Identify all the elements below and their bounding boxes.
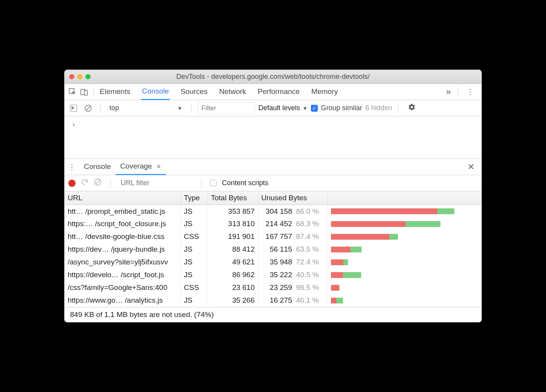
close-drawer-icon[interactable]: ✕ [463,162,479,172]
separator [191,104,192,113]
col-bar[interactable] [328,191,481,205]
cell-bar [328,281,481,294]
table-row[interactable]: htt… /prompt_embed_static.jsJS353 857304… [65,205,481,218]
settings-menu-icon[interactable]: ⋮ [461,88,479,96]
cell-url: /async_survey?site=ylj5ifxusvv [65,256,181,269]
table-row[interactable]: https://www.go… /analytics.jsJS35 26616 … [65,294,481,307]
separator [100,104,101,113]
drawer-tab-label: Coverage [120,162,152,170]
cell-total: 49 621 [208,256,258,269]
coverage-table: URL Type Total Bytes Unused Bytes htt… /… [65,191,481,307]
tab-sources[interactable]: Sources [180,84,208,99]
cell-bar [328,243,481,256]
cell-bar [328,269,481,281]
group-similar-label: Group similar [321,104,362,112]
table-row[interactable]: https://dev… /jquery-bundle.jsJS88 41256… [65,243,481,256]
cell-url: https:… /script_foot_closure.js [65,218,181,230]
cell-bar [328,230,481,243]
cell-url: htt… /devsite-google-blue.css [65,230,181,243]
console-prompt-icon: › [72,120,76,128]
table-row[interactable]: /async_survey?site=ylj5ifxusvvJS49 62135… [65,256,481,269]
console-settings-icon[interactable] [405,103,419,113]
cell-unused: 23 25998.5 % [258,281,328,294]
col-total[interactable]: Total Bytes [208,191,258,205]
cell-total: 353 857 [208,205,258,218]
coverage-toolbar: Content scripts [65,175,481,191]
device-toolbar-icon[interactable] [78,84,90,100]
col-url[interactable]: URL [65,191,181,205]
cell-unused: 16 27546.1 % [258,294,328,307]
table-row[interactable]: /css?family=Google+Sans:400CSS23 61023 2… [65,281,481,294]
tab-memory[interactable]: Memory [311,84,339,99]
separator [398,104,399,113]
cell-type: JS [181,243,208,256]
console-toolbar: top ▼ Default levels ▼ ✓ Group similar 6… [65,100,481,116]
drawer-menu-icon[interactable]: ⋮ [67,163,79,171]
svg-line-6 [96,180,100,184]
clear-icon[interactable] [94,178,102,188]
cell-total: 191 901 [208,230,258,243]
table-row[interactable]: https:… /script_foot_closure.jsJS313 810… [65,218,481,230]
tab-performance[interactable]: Performance [257,84,300,99]
col-unused[interactable]: Unused Bytes [258,191,328,205]
chevron-down-icon: ▼ [302,105,308,111]
cell-unused: 214 45268.3 % [258,218,328,230]
levels-label: Default levels [258,104,300,112]
inspect-element-icon[interactable] [67,84,78,100]
zoom-window-icon[interactable] [85,74,90,79]
cell-unused: 304 15886.0 % [258,205,328,218]
cell-url: https://www.go… /analytics.js [65,294,181,307]
main-tabbar: Elements Console Sources Network Perform… [65,84,481,100]
minimize-window-icon[interactable] [77,74,82,79]
coverage-status: 849 KB of 1.1 MB bytes are not used. (74… [65,307,481,322]
col-type[interactable]: Type [181,191,208,205]
log-levels-selector[interactable]: Default levels ▼ [258,104,308,112]
drawer-tabbar: ⋮ Console Coverage ✕ ✕ [65,159,481,175]
hidden-count: 6 hidden [365,104,392,112]
tab-network[interactable]: Network [218,84,247,99]
url-filter-input[interactable] [119,178,193,188]
devtools-window: DevTools - developers.google.com/web/too… [64,70,482,322]
cell-unused: 35 22240.5 % [258,269,328,281]
record-icon[interactable] [68,180,75,187]
cell-url: htt… /prompt_embed_static.js [65,205,181,218]
table-row[interactable]: https://develo… /script_foot.jsJS86 9623… [65,269,481,281]
cell-total: 88 412 [208,243,258,256]
window-title: DevTools - developers.google.com/web/too… [68,73,478,81]
context-selector[interactable]: top ▼ [107,103,185,113]
clear-console-icon[interactable] [82,100,94,116]
execution-context-icon[interactable] [68,100,79,116]
separator [110,179,111,188]
close-window-icon[interactable] [69,74,74,79]
drawer-tab-coverage[interactable]: Coverage ✕ [116,159,166,175]
cell-type: JS [181,269,208,281]
cell-unused: 35 94872.4 % [258,256,328,269]
tab-elements[interactable]: Elements [99,84,131,99]
group-similar-checkbox[interactable]: ✓ [311,105,318,112]
chevron-down-icon: ▼ [177,105,183,111]
cell-bar [328,294,481,307]
cell-type: JS [181,205,208,218]
cell-bar [328,218,481,230]
panel-tabs: Elements Console Sources Network Perform… [97,84,442,100]
more-tabs-icon[interactable]: » [442,87,455,97]
reload-icon[interactable] [81,178,89,188]
cell-bar [328,256,481,269]
close-tab-icon[interactable]: ✕ [156,163,161,170]
content-scripts-checkbox[interactable] [210,180,217,186]
filter-input[interactable] [198,102,255,114]
console-body[interactable]: › [65,116,481,159]
drawer-tab-console[interactable]: Console [79,159,116,174]
window-controls [69,74,90,79]
separator [201,179,201,188]
separator [93,87,94,97]
cell-type: CSS [181,281,208,294]
table-row[interactable]: htt… /devsite-google-blue.cssCSS191 9011… [65,230,481,243]
context-label: top [109,104,119,112]
tab-console[interactable]: Console [141,84,170,100]
svg-line-4 [86,106,90,110]
cell-unused: 167 75787.4 % [258,230,328,243]
cell-total: 23 610 [208,281,258,294]
svg-rect-2 [84,90,87,95]
cell-type: JS [181,218,208,230]
